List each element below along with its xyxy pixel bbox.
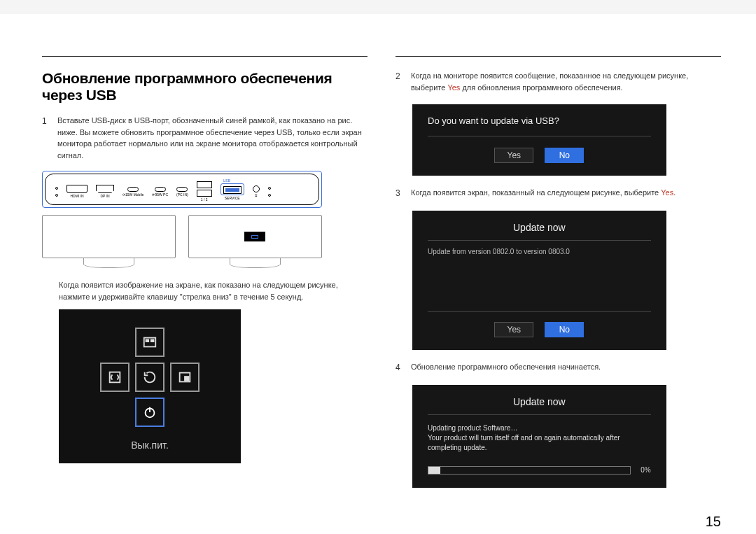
progress-bar: [428, 466, 631, 475]
port-hdmi: HDMI IN: [66, 185, 88, 198]
port-service-usb: USB SERVICE: [220, 183, 244, 200]
step-3: 3 Когда появится экран, показанный на сл…: [396, 187, 721, 199]
ports-diagram: HDMI IN DP IN ⟳15W Mobile ⟳95W PC (PC IN…: [42, 171, 322, 208]
step-1-sub: Когда появится изображение на экране, ка…: [59, 279, 368, 302]
step-number: 1: [42, 115, 49, 161]
dialog-yes-button[interactable]: Yes: [494, 148, 533, 163]
dialog-update-now: Update now Update from version 0802.0 to…: [412, 211, 666, 350]
osd-power-icon: [135, 398, 164, 427]
osd-source-icon: [100, 363, 130, 392]
dialog-no-button[interactable]: No: [545, 148, 584, 163]
dialog-title: Update now: [428, 222, 651, 233]
step-2: 2 Когда на мониторе появится сообщение, …: [396, 70, 721, 93]
port-audio: Ω: [253, 185, 260, 197]
svg-rect-1: [146, 339, 149, 342]
svg-rect-5: [185, 377, 189, 381]
step-4: 4 Обновление программного обеспечения на…: [396, 361, 721, 374]
port-dp: DP IN: [96, 185, 114, 198]
manual-page: Обновление программного обеспечения чере…: [0, 14, 756, 534]
port-usbc-3: (PC IN): [176, 187, 188, 197]
port-usba: 1 / 2: [197, 181, 212, 202]
usb-label: USB: [223, 178, 230, 183]
step-text: Когда появится экран, показанный на след…: [411, 187, 721, 199]
step-text: Вставьте USB-диск в USB-порт, обозначенн…: [57, 115, 368, 161]
step-1: 1 Вставьте USB-диск в USB-порт, обозначе…: [42, 115, 368, 161]
dialog-yes-button[interactable]: Yes: [494, 322, 533, 337]
dialog-updating-text: Updating product Software… Your product …: [428, 414, 651, 475]
dialog-updating: Update now Updating product Software… Yo…: [412, 385, 666, 488]
port-usbc-1: ⟳15W Mobile: [122, 187, 144, 197]
port-usbc-2: ⟳95W PC: [152, 187, 168, 197]
step-number: 3: [396, 187, 402, 199]
osd-picture-icon: [170, 363, 200, 392]
dialog-body: Update from version 0802.0 to version 08…: [428, 240, 651, 312]
page-number: 15: [706, 514, 721, 530]
osd-pip-icon: [135, 328, 164, 357]
svg-rect-2: [151, 339, 154, 342]
progress-percent: 0%: [640, 465, 650, 475]
top-rule: [42, 56, 721, 57]
osd-refresh-icon: [135, 363, 164, 392]
column-right: 2 Когда на мониторе появится сообщение, …: [396, 56, 721, 527]
monitor-illustrations: [42, 215, 322, 268]
dialog-update-usb: Do you want to update via USB? Yes No: [412, 104, 666, 176]
dialog-title: Update now: [428, 396, 651, 407]
osd-caption: Вык.пит.: [73, 440, 227, 451]
dialog-no-button[interactable]: No: [545, 322, 584, 337]
monitor-with-hint: [188, 215, 322, 268]
column-left: Обновление программного обеспечения чере…: [42, 56, 368, 527]
step-text: Когда на мониторе появится сообщение, по…: [411, 70, 721, 93]
step-number: 2: [396, 70, 402, 93]
step-number: 4: [396, 361, 402, 374]
dialog-question: Do you want to update via USB?: [428, 115, 651, 126]
page-title: Обновление программного обеспечения чере…: [42, 70, 368, 104]
yes-inline: Yes: [447, 83, 460, 92]
step-text: Обновление программного обеспечения начи…: [411, 361, 721, 374]
monitor-blank: [42, 215, 176, 268]
osd-panel: Вык.пит.: [59, 309, 241, 463]
yes-inline: Yes: [661, 188, 673, 197]
